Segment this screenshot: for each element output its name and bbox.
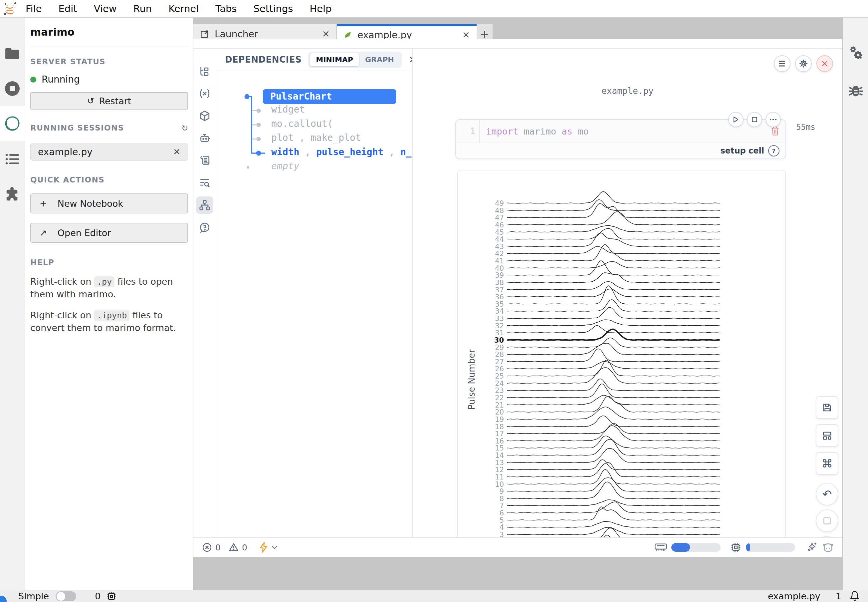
sidebar-item-toc[interactable] (0, 142, 25, 177)
sidebar-item-extensions[interactable] (0, 178, 25, 212)
sidebar-item-files[interactable] (0, 36, 25, 71)
y-tick-label: 17 (495, 430, 504, 438)
code-cell[interactable]: 1 import marimo as mo setup cell ? (455, 119, 786, 159)
notification-count: 1 (836, 591, 841, 601)
menu-item-kernel[interactable]: Kernel (160, 3, 207, 14)
y-tick-label: 18 (495, 423, 504, 431)
notebook-menu-button[interactable] (774, 55, 790, 72)
setup-help-icon[interactable]: ? (768, 145, 779, 157)
minimap-tab[interactable]: MINIMAP (310, 53, 359, 66)
error-count: 0 (215, 543, 221, 552)
autorun-lightning-icon[interactable] (259, 542, 268, 553)
file-tree-icon[interactable] (196, 63, 213, 80)
pulse-curve (507, 439, 719, 456)
code-editor[interactable]: import marimo as mo (480, 126, 589, 137)
run-cell-button[interactable] (728, 112, 744, 127)
new-notebook-button[interactable]: + New Notebook (30, 194, 188, 213)
pulse-curve (507, 329, 719, 340)
pulse-curve (507, 500, 719, 506)
menu-item-view[interactable]: View (86, 3, 125, 14)
help-icon[interactable] (196, 219, 213, 236)
pulse-curve (507, 436, 719, 448)
errors-icon[interactable] (202, 542, 212, 552)
y-tick-label: 36 (495, 293, 504, 301)
stop-cell-button[interactable] (747, 112, 762, 127)
pulse-curve (507, 203, 719, 218)
close-session-icon[interactable]: ✕ (173, 147, 180, 157)
y-tick-label: 48 (495, 207, 504, 215)
active-file-label: example.py (768, 591, 820, 601)
y-tick-label: 5 (500, 516, 504, 524)
debugger-bug-icon[interactable] (848, 83, 863, 98)
chart-output: Pulse Number0123456789101112131415161718… (457, 170, 786, 565)
tab-launcher[interactable]: Launcher ✕ (193, 24, 337, 44)
command-icon: ⌘ (821, 457, 833, 470)
dependency-node[interactable]: mo.callout( (271, 118, 333, 129)
sidebar-item-marimo[interactable] (0, 106, 25, 141)
y-tick-label: 46 (495, 221, 504, 229)
shutdown-button[interactable] (816, 55, 833, 72)
app-logo-icon (3, 2, 17, 16)
cpu-usage-bar (746, 543, 795, 552)
cell-more-button[interactable] (765, 112, 781, 127)
line-number: 1 (456, 126, 479, 136)
pulse-curve (507, 233, 719, 247)
warnings-icon[interactable] (229, 542, 239, 552)
menu-item-file[interactable]: File (17, 3, 50, 14)
close-tab-icon[interactable]: ✕ (322, 29, 330, 40)
y-tick-label: 15 (495, 444, 504, 452)
dependency-node[interactable]: plot , make_plot (271, 132, 361, 143)
right-sidebar-strip (842, 18, 868, 590)
close-tab-icon[interactable]: ✕ (462, 30, 470, 41)
variables-icon[interactable] (196, 85, 213, 102)
packages-icon[interactable] (196, 107, 213, 124)
menu-item-settings[interactable]: Settings (245, 3, 301, 14)
external-arrow-icon: ↗ (40, 228, 47, 238)
kernels-chip-icon[interactable] (106, 591, 117, 601)
logs-icon[interactable] (196, 152, 213, 169)
pulse-curve (507, 482, 719, 498)
tab-example-py[interactable]: example.py ✕ (337, 24, 477, 44)
graph-tab[interactable]: GRAPH (359, 53, 400, 66)
ai-bot-icon[interactable] (196, 129, 213, 147)
restart-button[interactable]: ↺ Restart (30, 92, 188, 109)
dependency-node[interactable]: widget (271, 104, 305, 115)
session-item[interactable]: example.py ✕ (30, 143, 188, 161)
pulse-curve (507, 407, 719, 419)
dependencies-icon[interactable] (196, 197, 213, 214)
y-tick-label: 13 (495, 459, 504, 467)
dependency-node[interactable]: empty (271, 160, 299, 172)
dependencies-panel: DEPENDENCIES MINIMAP GRAPH ✕ (216, 49, 412, 565)
simple-mode-label: Simple (18, 591, 49, 601)
menu-item-run[interactable]: Run (125, 3, 160, 14)
pulse-curve (507, 192, 719, 203)
y-tick-label: 40 (495, 264, 504, 272)
pulse-curve (507, 343, 719, 355)
delete-cell-icon[interactable] (771, 126, 779, 136)
simple-mode-toggle[interactable] (55, 591, 76, 601)
bell-icon[interactable] (850, 591, 860, 602)
menu-item-tabs[interactable]: Tabs (207, 3, 245, 14)
notebook-settings-button[interactable] (795, 55, 812, 72)
pulse-curve (507, 307, 719, 319)
dependency-node[interactable]: PulsarChart (270, 89, 332, 104)
y-tick-label: 11 (495, 473, 504, 481)
menu-item-help[interactable]: Help (301, 3, 340, 14)
sidebar-item-running[interactable] (0, 71, 25, 106)
y-tick-label: 22 (495, 394, 504, 402)
copilot-cat-icon[interactable] (822, 542, 834, 552)
pulse-curve (507, 424, 719, 434)
dependency-node[interactable]: width , pulse_height , n_poi (271, 146, 428, 158)
open-editor-button[interactable]: ↗ Open Editor (30, 223, 188, 243)
new-tab-button[interactable]: + (477, 24, 492, 44)
pulse-curve (507, 262, 719, 268)
property-inspector-icon[interactable] (847, 45, 864, 61)
menu-item-edit[interactable]: Edit (50, 3, 86, 14)
menu-bar: FileEditViewRunKernelTabsSettingsHelp (0, 0, 868, 18)
snippets-search-icon[interactable] (196, 174, 213, 192)
y-tick-label: 45 (495, 229, 504, 236)
chevron-down-icon[interactable] (271, 545, 278, 550)
refresh-sessions-icon[interactable]: ↻ (181, 123, 188, 133)
ai-sparkle-icon[interactable] (807, 542, 818, 553)
undo-icon: ↶ (822, 487, 832, 501)
